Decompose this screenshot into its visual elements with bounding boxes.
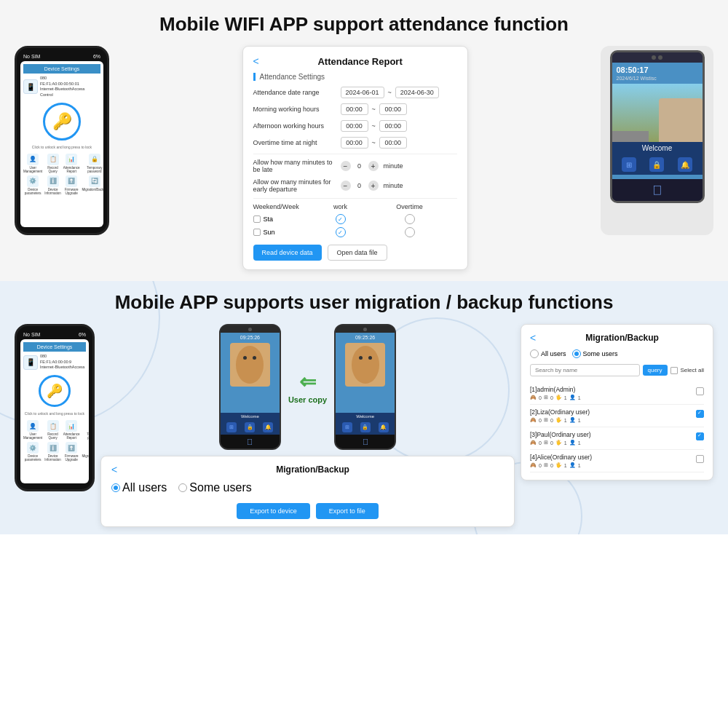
sp-icon-1: ⊞	[226, 422, 237, 432]
mbp-buttons: Export to device Export to file	[111, 503, 504, 519]
b-menu-mig[interactable]: 🔄Migration/Backup	[82, 442, 89, 462]
user-item-2: [2]Liza(Ordinary user) 🙈0 ⊞0 🖐1 👤1	[530, 405, 704, 427]
menu-firmware[interactable]: ⬆️Firmware Upgrade	[63, 175, 80, 195]
user-1-checkbox[interactable]	[696, 387, 704, 395]
panel-subtitle: Attendance Settings	[253, 73, 457, 81]
date-from[interactable]: 2024-06-01	[341, 87, 384, 98]
left-phone-time: 09:25:26	[221, 333, 280, 341]
sun-work-check[interactable]	[336, 227, 346, 237]
b-menu-params[interactable]: ⚙️Device parameters	[23, 442, 42, 462]
top-title: Mobile WIFI APP support attendance funct…	[15, 13, 713, 36]
fingerprint-area[interactable]: ⎕	[612, 179, 703, 201]
menu-user-mgmt[interactable]: 👤User Management	[23, 154, 42, 173]
user-3-name: [3]Paul(Ordinary user)	[530, 431, 591, 438]
late-minus-btn[interactable]: −	[341, 161, 351, 171]
bottom-phone-header: Device Settings	[23, 342, 86, 352]
device-info-icon: ℹ️	[47, 175, 59, 187]
sat-overtime-check[interactable]	[405, 214, 415, 224]
menu-record-query[interactable]: 📋Record Query	[44, 154, 61, 173]
b-menu-user[interactable]: 👤User Management	[23, 420, 42, 440]
face-oval	[236, 346, 264, 384]
mig-all-users-option[interactable]: All users	[530, 349, 566, 358]
date-to[interactable]: 2024-06-30	[395, 87, 439, 98]
b-menu-fw[interactable]: ⬆️Firmware Upgrade	[63, 442, 80, 462]
mig-back-arrow[interactable]: <	[530, 332, 536, 344]
b-menu-att[interactable]: 📊Attendance Report	[63, 420, 80, 440]
menu-temp-pwd[interactable]: 🔒Temporary password	[82, 154, 103, 173]
export-device-btn[interactable]: Export to device	[237, 503, 310, 519]
overtime-from[interactable]: 00:00	[341, 137, 368, 149]
early-row: Allow ow many minutes for early departur…	[253, 178, 457, 193]
user-4-icons: 🙈0 ⊞0 🖐1 👤1	[530, 462, 592, 468]
user-4-name: [4]Alice(Ordinary user)	[530, 454, 592, 461]
left-face-image	[230, 343, 270, 387]
early-minus-btn[interactable]: −	[341, 181, 351, 191]
b-menu-record[interactable]: 📋Record Query	[44, 420, 61, 440]
sat-work-check[interactable]	[336, 214, 346, 224]
user-1-icons: 🙈0 ⊞0 🖐1 👤1	[530, 395, 581, 400]
b-att-icon: 📊	[66, 420, 77, 432]
panel-buttons: Read device data Open data file	[253, 245, 457, 261]
all-users-radio[interactable]	[111, 483, 120, 492]
sun-checkbox[interactable]	[253, 229, 261, 236]
overtime-to[interactable]: 00:00	[379, 137, 407, 149]
sat-checkbox[interactable]	[253, 215, 261, 223]
morning-row: Morning working hours 00:00 ~ 00:00	[253, 103, 457, 115]
user-4-checkbox[interactable]	[696, 455, 704, 463]
afternoon-from[interactable]: 00:00	[341, 120, 368, 132]
migration-panel-right: < Migration/Backup All users Some users …	[521, 324, 713, 480]
copy-label: User copy	[288, 395, 327, 404]
search-row: query Select all	[530, 364, 704, 376]
right-face-image	[345, 343, 385, 387]
right-phone-icons: ⊞ 🔒 🔔	[336, 420, 395, 435]
user-list: [1]admin(Admin) 🙈0 ⊞0 🖐1 👤1 [2]Liza(Ordi…	[530, 382, 704, 472]
all-users-label: All users	[122, 481, 167, 494]
device-hardware: 08:50:17 2024/6/12 Wistisc Welcome ⊞ 🔒 🔔…	[610, 50, 705, 203]
bottom-phone-screen: Device Settings 📱 080 FE:F1:A0:00:00:9 I…	[20, 339, 89, 483]
export-file-btn[interactable]: Export to file	[316, 503, 379, 519]
morning-from[interactable]: 00:00	[341, 103, 368, 115]
phone-menu-grid: 👤User Management 📋Record Query 📊Attendan…	[23, 154, 100, 195]
weekend-header: Weekend/Week work Overtime	[253, 203, 457, 210]
menu-attendance[interactable]: 📊Attendance Report	[63, 154, 80, 173]
open-data-btn[interactable]: Open data file	[328, 245, 387, 261]
late-plus-btn[interactable]: +	[368, 161, 379, 171]
b-record-icon: 📋	[47, 420, 59, 432]
some-users-radio[interactable]	[178, 483, 187, 492]
afternoon-to[interactable]: 00:00	[379, 120, 407, 132]
left-phone-icons: ⊞ 🔒 🔔	[221, 420, 280, 435]
early-plus-btn[interactable]: +	[368, 181, 379, 191]
device-scene	[612, 84, 703, 142]
mig-some-radio[interactable]	[572, 349, 581, 358]
rsp-icon-2: 🔒	[360, 422, 371, 432]
b-menu-pwd[interactable]: 🔒Temporary password	[82, 420, 89, 440]
user-item-3: [3]Paul(Ordinary user) 🙈0 ⊞0 🖐1 👤1	[530, 427, 704, 450]
user-3-checkbox[interactable]	[696, 432, 704, 440]
b-params-icon: ⚙️	[27, 442, 39, 454]
mbp-radio-row: All users Some users	[111, 481, 504, 494]
search-input[interactable]	[530, 364, 640, 376]
sun-overtime-check[interactable]	[405, 227, 415, 237]
all-users-option[interactable]: All users	[111, 481, 167, 494]
early-value: 0	[354, 182, 365, 189]
sat-label: Sta	[264, 215, 274, 223]
early-label: Allow ow many minutes for early departur…	[253, 178, 341, 193]
bottom-left-phone: No SIM 6% Device Settings 📱 080 FE:F1:A0…	[15, 324, 95, 491]
menu-device-params[interactable]: ⚙️Device parameters	[23, 175, 42, 195]
mig-all-radio[interactable]	[530, 349, 539, 358]
mbp-back-arrow[interactable]: <	[111, 464, 117, 475]
menu-migration[interactable]: 🔄Migration/Backup	[82, 175, 103, 195]
some-users-option[interactable]: Some users	[178, 481, 251, 494]
menu-device-info[interactable]: ℹ️Device Information	[44, 175, 61, 195]
query-btn[interactable]: query	[643, 365, 668, 376]
mig-some-users-option[interactable]: Some users	[572, 349, 618, 358]
device-params-icon: ⚙️	[27, 175, 39, 187]
b-menu-info[interactable]: ℹ️Device Information	[44, 442, 61, 462]
morning-to[interactable]: 00:00	[379, 103, 407, 115]
read-device-btn[interactable]: Read device data	[253, 245, 322, 261]
select-all-checkbox[interactable]	[670, 367, 678, 374]
back-arrow[interactable]: <	[253, 55, 259, 67]
device-camera-icon	[652, 55, 656, 60]
user-2-checkbox[interactable]	[696, 410, 704, 418]
right-phone-screen: 09:25:26	[336, 333, 395, 413]
